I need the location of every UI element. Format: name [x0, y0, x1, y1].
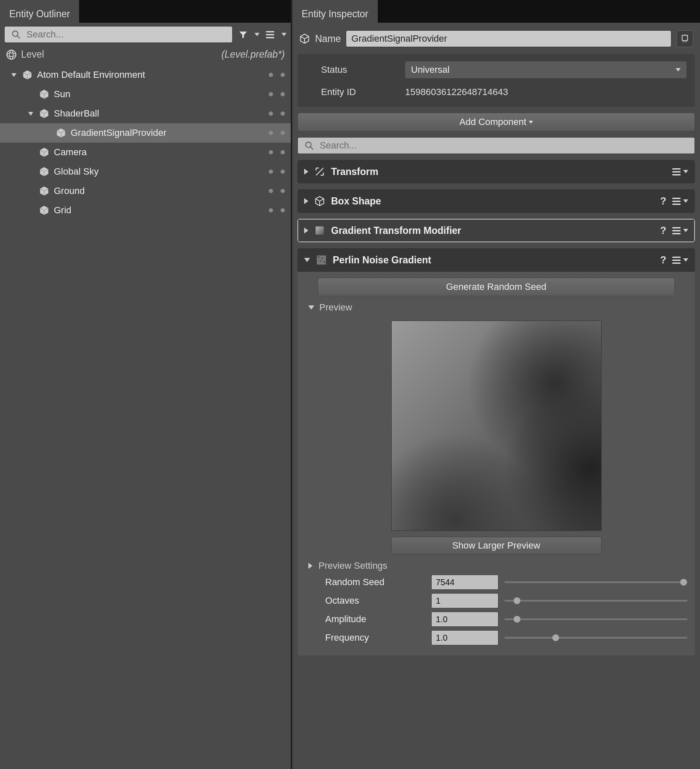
tree-row-global-sky[interactable]: Global Sky — [0, 162, 291, 181]
outliner-tab[interactable]: Entity Outliner — [0, 0, 79, 23]
component-menu-icon[interactable] — [672, 257, 688, 264]
svg-point-3 — [7, 53, 16, 56]
entity-outliner-panel: Entity Outliner — [0, 0, 292, 769]
tree-row-shaderball[interactable]: ShaderBall — [0, 104, 291, 123]
visibility-dots[interactable] — [269, 111, 285, 116]
outliner-tabbar: Entity Outliner — [0, 0, 291, 23]
entity-id-row: Entity ID 15986036122648714643 — [321, 87, 687, 98]
tree-row-label: ShaderBall — [54, 108, 99, 119]
entity-name-input[interactable] — [346, 30, 671, 47]
gradient-modifier-icon — [314, 225, 325, 236]
tree-row-label: Ground — [54, 186, 85, 196]
tree-row-gradientsignalprovider[interactable]: GradientSignalProvider — [0, 123, 291, 143]
octaves-slider[interactable] — [504, 596, 687, 606]
component-title: Transform — [331, 166, 378, 178]
component-search-input[interactable] — [320, 140, 690, 151]
visibility-dots[interactable] — [269, 170, 285, 174]
tree-row-label: Grid — [54, 205, 72, 216]
component-header-transform[interactable]: Transform — [297, 160, 695, 183]
show-larger-preview-button[interactable]: Show Larger Preview — [391, 537, 602, 554]
filter-dropdown-caret[interactable] — [255, 33, 260, 36]
pin-button[interactable] — [676, 30, 693, 47]
frequency-input[interactable] — [431, 630, 498, 645]
component-gradient-transform-modifier: Gradient Transform Modifier ? — [297, 219, 695, 242]
tree-row-camera[interactable]: Camera — [0, 143, 291, 162]
generate-random-seed-button[interactable]: Generate Random Seed — [318, 278, 675, 296]
expand-arrow-icon[interactable] — [27, 112, 34, 116]
outliner-menu-icon[interactable] — [263, 27, 277, 42]
random-seed-label: Random Seed — [308, 577, 425, 588]
expand-arrow-icon — [308, 563, 313, 569]
entity-cube-icon — [39, 205, 50, 216]
inspector-tab[interactable]: Entity Inspector — [292, 0, 378, 23]
visibility-dots[interactable] — [269, 150, 285, 154]
entity-cube-icon — [39, 89, 50, 100]
outliner-menu-caret[interactable] — [281, 33, 286, 36]
add-component-button[interactable]: Add Component — [297, 113, 695, 131]
component-header-box-shape[interactable]: Box Shape ? — [297, 189, 695, 213]
frequency-label: Frequency — [308, 632, 425, 643]
component-header-gradient-transform[interactable]: Gradient Transform Modifier ? — [297, 219, 695, 242]
expand-arrow-icon — [304, 169, 308, 175]
amplitude-slider[interactable] — [504, 614, 687, 624]
help-icon[interactable]: ? — [660, 195, 666, 207]
visibility-dots[interactable] — [269, 73, 285, 77]
add-component-label: Add Component — [459, 117, 526, 127]
component-header-perlin[interactable]: Perlin Noise Gradient ? — [297, 248, 695, 272]
amplitude-input[interactable] — [431, 612, 498, 627]
amplitude-label: Amplitude — [308, 614, 425, 625]
filter-icon[interactable] — [236, 27, 250, 42]
perlin-properties: Preview Settings Random Seed Octaves — [305, 560, 687, 645]
octaves-input[interactable] — [431, 593, 498, 608]
name-label: Name — [315, 33, 341, 45]
component-search-row — [297, 137, 695, 154]
component-menu-icon[interactable] — [672, 168, 688, 175]
svg-line-1 — [17, 36, 20, 38]
visibility-dots[interactable] — [269, 208, 285, 212]
status-label: Status — [321, 64, 397, 75]
entity-cube-icon — [39, 166, 50, 177]
entity-cube-icon — [39, 186, 50, 196]
entity-id-value: 15986036122648714643 — [405, 87, 508, 98]
prefab-label: (Level.prefab*) — [221, 49, 285, 60]
level-row[interactable]: Level (Level.prefab*) — [0, 46, 291, 64]
component-menu-icon[interactable] — [672, 198, 688, 205]
outliner-search-input[interactable] — [27, 29, 228, 40]
visibility-dots[interactable] — [269, 92, 285, 96]
visibility-dots[interactable] — [269, 131, 285, 135]
svg-rect-10 — [318, 256, 319, 258]
component-title: Gradient Transform Modifier — [331, 225, 461, 236]
level-label: Level — [21, 49, 44, 60]
noise-preview-image — [391, 321, 602, 531]
frequency-slider[interactable] — [504, 633, 687, 643]
random-seed-input[interactable] — [431, 575, 498, 590]
globe-icon — [6, 49, 17, 60]
help-icon[interactable]: ? — [660, 254, 666, 266]
entity-cube-icon — [39, 108, 50, 119]
tree-row-grid[interactable]: Grid — [0, 201, 291, 220]
svg-line-7 — [310, 147, 313, 149]
expand-arrow-icon[interactable] — [10, 73, 18, 77]
help-icon[interactable]: ? — [660, 225, 666, 236]
outliner-search[interactable] — [4, 26, 233, 43]
svg-rect-5 — [682, 35, 688, 41]
preview-settings-row[interactable]: Preview Settings — [308, 560, 687, 571]
status-select[interactable]: Universal — [405, 61, 687, 78]
component-menu-icon[interactable] — [672, 227, 688, 234]
svg-point-2 — [7, 50, 16, 59]
tree-row-sun[interactable]: Sun — [0, 85, 291, 104]
svg-rect-12 — [320, 260, 321, 262]
entity-tree: Atom Default EnvironmentSunShaderBallGra… — [0, 64, 291, 221]
visibility-dots[interactable] — [269, 189, 285, 193]
tabbar-spacer — [378, 0, 700, 23]
tree-row-ground[interactable]: Ground — [0, 181, 291, 201]
chevron-down-icon — [529, 121, 533, 124]
random-seed-row: Random Seed — [308, 575, 687, 590]
tree-row-atom-default-environment[interactable]: Atom Default Environment — [0, 65, 291, 85]
component-perlin-noise-gradient: Perlin Noise Gradient ? Generate Random … — [297, 248, 695, 655]
random-seed-slider[interactable] — [504, 577, 687, 587]
component-search[interactable] — [297, 137, 695, 154]
preview-header[interactable]: Preview — [305, 302, 687, 313]
perlin-body: Generate Random Seed Preview Show Larger… — [297, 272, 695, 655]
octaves-label: Octaves — [308, 595, 425, 606]
